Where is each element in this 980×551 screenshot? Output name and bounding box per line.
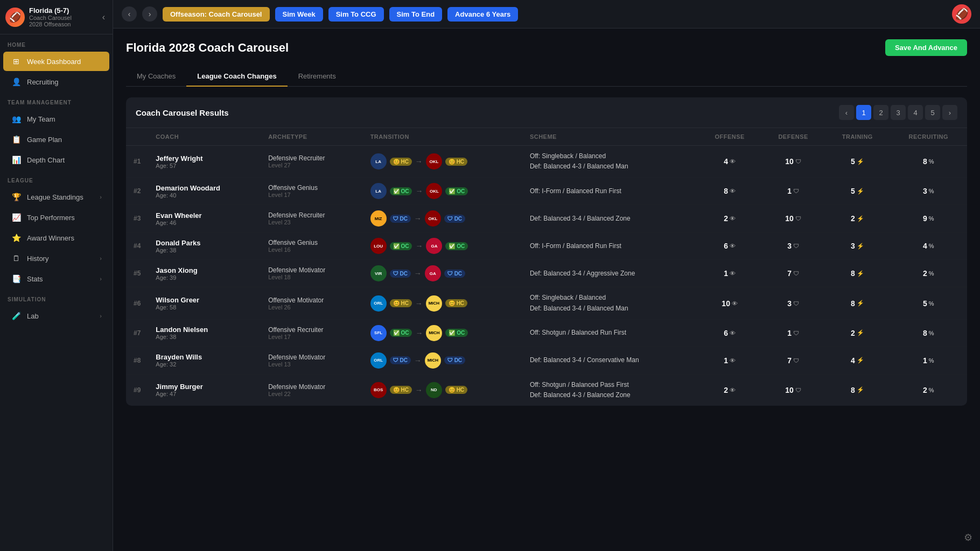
table-row[interactable]: #7 Landon Nielsen Age: 38 Offensive Recr… bbox=[126, 319, 967, 347]
sidebar-collapse-button[interactable]: ‹ bbox=[100, 10, 107, 24]
pagination-page-4[interactable]: 4 bbox=[908, 105, 923, 120]
training-cell: 5 ⚡ bbox=[825, 146, 890, 178]
sim-ccg-button[interactable]: Sim To CCG bbox=[328, 7, 384, 22]
from-role-badge: 🛡 DC bbox=[390, 356, 411, 364]
archetype-name: Offensive Motivator bbox=[268, 296, 355, 304]
arrow-icon: → bbox=[414, 356, 422, 365]
recruiting-rating: 1 bbox=[923, 356, 927, 365]
chevron-right-icon: › bbox=[100, 194, 102, 200]
sidebar-item-game-plan[interactable]: 📋 Game Plan bbox=[3, 130, 109, 149]
table-row[interactable]: #3 Evan Wheeler Age: 46 Defensive Recrui… bbox=[126, 205, 967, 232]
coach-age: Age: 46 bbox=[156, 220, 253, 226]
tab-retirements[interactable]: Retirements bbox=[288, 67, 347, 87]
stats-icon: 📑 bbox=[11, 274, 22, 283]
nav-back-button[interactable]: ‹ bbox=[122, 6, 137, 22]
table-row[interactable]: #8 Brayden Wills Age: 32 Defensive Motiv… bbox=[126, 347, 967, 374]
recruiting-cell: 5 % bbox=[890, 287, 967, 319]
pagination-page-5[interactable]: 5 bbox=[925, 105, 940, 120]
sim-week-button[interactable]: Sim Week bbox=[275, 7, 323, 22]
pagination-page-2[interactable]: 2 bbox=[873, 105, 888, 120]
arrow-icon: → bbox=[414, 269, 422, 278]
offense-rating: 6 bbox=[724, 329, 728, 337]
page-title: Florida 2028 Coach Carousel bbox=[126, 41, 289, 55]
offense-rating: 4 bbox=[724, 157, 728, 166]
sidebar-item-top-performers[interactable]: 📈 Top Performers bbox=[3, 208, 109, 227]
training-rating: 5 bbox=[851, 187, 855, 195]
sidebar-item-my-team[interactable]: 👥 My Team bbox=[3, 109, 109, 129]
table-row[interactable]: #2 Demarion Woodard Age: 40 Offensive Ge… bbox=[126, 178, 967, 205]
from-team-badge: MIZ bbox=[370, 210, 387, 227]
sidebar-item-label: Stats bbox=[27, 275, 100, 283]
archetype-name: Offensive Genius bbox=[268, 184, 355, 192]
scheme-cell: Off: Shotgun / Balanced Pass FirstDef: B… bbox=[522, 374, 698, 406]
sidebar-item-week-dashboard[interactable]: ⊞ Week Dashboard bbox=[3, 52, 109, 71]
sidebar-item-label: Award Winners bbox=[27, 234, 102, 242]
history-icon: 🗒 bbox=[11, 254, 22, 263]
table-row[interactable]: #5 Jason Xiong Age: 39 Defensive Motivat… bbox=[126, 260, 967, 287]
col-archetype: Archetype bbox=[261, 128, 363, 146]
sidebar-item-league-standings[interactable]: 🏆 League Standings › bbox=[3, 187, 109, 207]
training-cell: 8 ⚡ bbox=[825, 374, 890, 406]
shield-icon: 🛡 bbox=[793, 357, 799, 364]
archetype-name: Defensive Motivator bbox=[268, 383, 355, 391]
table-row[interactable]: #9 Jimmy Burger Age: 47 Defensive Motiva… bbox=[126, 374, 967, 406]
transition-cell: VIR 🛡 DC → GA 🛡 DC bbox=[363, 260, 522, 287]
archetype-level: Level 17 bbox=[268, 334, 355, 340]
standings-icon: 🏆 bbox=[11, 193, 22, 201]
sidebar-item-stats[interactable]: 📑 Stats › bbox=[3, 269, 109, 288]
table-row[interactable]: #4 Donald Parks Age: 38 Offensive Genius… bbox=[126, 232, 967, 260]
team-sub2: 2028 Offseason bbox=[29, 21, 100, 27]
training-rating: 5 bbox=[851, 157, 855, 166]
eye-icon: 👁 bbox=[730, 387, 736, 393]
sidebar-item-recruiting[interactable]: 👤 Recruiting bbox=[3, 72, 109, 91]
bolt-icon: ⚡ bbox=[857, 386, 864, 393]
pagination-page-1[interactable]: 1 bbox=[856, 105, 871, 120]
table-row[interactable]: #6 Wilson Greer Age: 58 Offensive Motiva… bbox=[126, 287, 967, 319]
coach-age: Age: 40 bbox=[156, 192, 253, 199]
sidebar-item-label: History bbox=[27, 255, 100, 263]
sidebar-item-label: Game Plan bbox=[27, 136, 102, 144]
recruiting-cell: 9 % bbox=[890, 205, 967, 232]
recruiting-cell: 8 % bbox=[890, 146, 967, 178]
advance-button[interactable]: Advance 6 Years bbox=[447, 7, 518, 22]
archetype-level: Level 13 bbox=[268, 361, 355, 368]
coach-age: Age: 39 bbox=[156, 274, 253, 281]
sim-end-button[interactable]: Sim To End bbox=[389, 7, 443, 22]
tab-league-coach-changes[interactable]: League Coach Changes bbox=[186, 67, 287, 87]
section-home-label: HOME bbox=[0, 34, 113, 51]
sidebar-item-award-winners[interactable]: ⭐ Award Winners bbox=[3, 228, 109, 248]
season-mode-button[interactable]: Offseason: Coach Carousel bbox=[163, 7, 270, 22]
archetype-cell: Offensive Genius Level 17 bbox=[261, 178, 363, 205]
sidebar-item-label: My Team bbox=[27, 115, 102, 123]
pagination-prev[interactable]: ‹ bbox=[839, 105, 854, 120]
training-rating: 4 bbox=[851, 356, 855, 365]
pagination-next[interactable]: › bbox=[942, 105, 957, 120]
defense-rating: 10 bbox=[785, 386, 794, 394]
table-row[interactable]: #1 Jeffery Wright Age: 57 Defensive Recr… bbox=[126, 146, 967, 178]
coach-name-cell: Landon Nielsen Age: 38 bbox=[148, 319, 261, 347]
save-advance-button[interactable]: Save And Advance bbox=[885, 39, 967, 56]
sidebar-item-depth-chart[interactable]: 📊 Depth Chart bbox=[3, 150, 109, 169]
coach-name-cell: Jason Xiong Age: 39 bbox=[148, 260, 261, 287]
coach-name-cell: Evan Wheeler Age: 46 bbox=[148, 205, 261, 232]
row-number: #6 bbox=[126, 287, 148, 319]
results-card: Coach Carousel Results ‹ 1 2 3 4 5 › Coa… bbox=[126, 97, 967, 406]
from-team-badge: VIR bbox=[370, 265, 387, 281]
offense-cell: 1 👁 bbox=[698, 347, 761, 374]
settings-icon[interactable]: ⚙ bbox=[964, 532, 972, 543]
archetype-cell: Defensive Recruiter Level 27 bbox=[261, 146, 363, 178]
tab-my-coaches[interactable]: My Coaches bbox=[126, 67, 186, 87]
coach-name-cell: Jeffery Wright Age: 57 bbox=[148, 146, 261, 178]
pagination-page-3[interactable]: 3 bbox=[891, 105, 906, 120]
to-team-badge: OKL bbox=[425, 210, 441, 227]
coach-age: Age: 57 bbox=[156, 163, 253, 169]
archetype-level: Level 18 bbox=[268, 274, 355, 280]
row-number: #2 bbox=[126, 178, 148, 205]
offense-rating: 8 bbox=[724, 187, 728, 195]
archetype-name: Defensive Motivator bbox=[268, 266, 355, 274]
coach-name-cell: Jimmy Burger Age: 47 bbox=[148, 374, 261, 406]
sidebar-item-history[interactable]: 🗒 History › bbox=[3, 249, 109, 268]
nav-forward-button[interactable]: › bbox=[142, 6, 157, 22]
coach-age: Age: 38 bbox=[156, 247, 253, 253]
sidebar-item-lab[interactable]: 🧪 Lab › bbox=[3, 306, 109, 326]
